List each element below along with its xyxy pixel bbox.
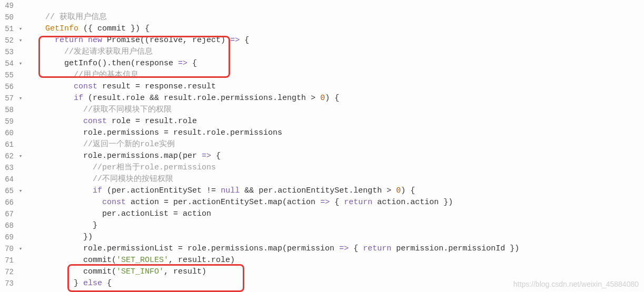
- token-punct: (per.actionEntitySet: [102, 186, 206, 195]
- token-punct: role.permissions = result.role.permissio…: [83, 128, 282, 137]
- token-op: !=: [206, 186, 216, 195]
- token-punct: (result.role: [83, 94, 150, 103]
- line-number: 67: [0, 208, 14, 220]
- token-punct: {: [330, 198, 344, 207]
- line-number: 66: [0, 197, 14, 208]
- code-line: commit('SET_INFO', result): [26, 266, 644, 278]
- fold-marker[interactable]: ▾: [16, 35, 25, 46]
- token-ident: then: [112, 59, 131, 68]
- token-punct: [391, 186, 396, 195]
- line-number: 72: [0, 266, 14, 278]
- fold-marker: [16, 174, 25, 185]
- code-line: const role = result.role: [26, 116, 644, 127]
- token-comment: //返回一个新的role实例: [83, 140, 175, 149]
- code-editor: 4950515253545556575859606162636465666768…: [0, 0, 644, 292]
- line-number: 61: [0, 139, 14, 150]
- code-area: // 获取用户信息 GetInfo ({ commit }) { return …: [25, 0, 644, 292]
- line-number: 60: [0, 127, 14, 139]
- fold-gutter: ▾▾▾▾▾▾▾: [16, 0, 25, 292]
- code-line: }: [26, 220, 644, 231]
- code-line: }): [26, 231, 644, 243]
- token-punct: role = result.role: [107, 117, 197, 126]
- token-comment: //per相当于role.permissions: [93, 163, 216, 172]
- token-comment: //用户的基本信息: [74, 71, 138, 79]
- line-number: 69: [0, 231, 14, 243]
- token-comment: //获取不同模块下的权限: [83, 105, 172, 114]
- token-keyword: new: [88, 36, 102, 45]
- fold-marker: [16, 278, 25, 289]
- line-number: 65: [0, 185, 14, 197]
- code-line: //返回一个新的role实例: [26, 139, 644, 150]
- token-keyword: const: [102, 198, 126, 207]
- token-ident: Promise: [107, 36, 140, 45]
- token-punct: action.action }): [372, 198, 453, 207]
- code-line: //获取不同模块下的权限: [26, 104, 644, 116]
- token-punct: [315, 94, 320, 103]
- token-punct: (: [112, 267, 116, 276]
- line-number: 62: [0, 150, 14, 162]
- line-number: 71: [0, 255, 14, 266]
- line-number-gutter: 4950515253545556575859606162636465666768…: [0, 0, 16, 292]
- code-line: if (result.role && result.role.permissio…: [26, 93, 644, 104]
- fold-marker[interactable]: ▾: [16, 58, 25, 69]
- token-ident: commit: [83, 267, 112, 276]
- token-keyword: const: [74, 82, 97, 91]
- token-punct: {: [187, 59, 197, 68]
- line-number: 59: [0, 116, 14, 127]
- token-punct: role.permissions.: [83, 152, 164, 160]
- fold-marker[interactable]: ▾: [16, 150, 25, 162]
- code-line: const result = response.result: [26, 81, 644, 93]
- token-ident: commit: [83, 256, 112, 265]
- token-null: null: [221, 186, 240, 195]
- line-number: 53: [0, 46, 14, 58]
- token-op: &&: [150, 94, 159, 103]
- fold-marker: [16, 127, 25, 139]
- line-number: 56: [0, 81, 14, 93]
- token-func: GetInfo: [45, 24, 78, 33]
- fold-marker[interactable]: ▾: [16, 23, 25, 35]
- token-comment: //发起请求获取用户信息: [64, 47, 153, 56]
- token-punct: permission.permissionId }): [391, 244, 519, 253]
- code-line: } else {: [26, 278, 644, 289]
- line-number: 68: [0, 220, 14, 231]
- fold-marker: [16, 266, 25, 278]
- token-num: 0: [396, 186, 401, 195]
- token-keyword: return: [344, 198, 372, 207]
- token-punct: ((resolve, reject): [140, 36, 230, 45]
- token-keyword: =>: [230, 36, 240, 45]
- token-punct: [83, 36, 88, 45]
- fold-marker: [16, 116, 25, 127]
- fold-marker: [16, 69, 25, 81]
- token-comment: //不同模块的按钮权限: [93, 175, 173, 184]
- fold-marker[interactable]: ▾: [16, 243, 25, 255]
- token-punct: per.actionList = action: [102, 209, 211, 218]
- line-number: 52: [0, 35, 14, 46]
- token-keyword: else: [83, 279, 102, 288]
- token-punct: (permission: [282, 244, 339, 253]
- code-line: role.permissions = result.role.permissio…: [26, 127, 644, 139]
- token-op: &&: [244, 186, 254, 195]
- token-punct: }: [93, 221, 97, 230]
- token-ident: getInfo: [64, 59, 97, 68]
- token-keyword: const: [83, 117, 107, 126]
- token-op: >: [311, 94, 315, 103]
- fold-marker[interactable]: ▾: [16, 93, 25, 104]
- code-line: role.permissions.map(per => {: [26, 150, 644, 162]
- token-punct: ({ commit }) {: [78, 24, 150, 33]
- line-number: 50: [0, 12, 14, 23]
- token-keyword: =>: [320, 198, 330, 207]
- token-punct: , result): [164, 267, 206, 276]
- token-string: 'SET_ROLES': [116, 256, 169, 265]
- token-ident: map: [164, 152, 178, 160]
- token-punct: }: [74, 279, 83, 288]
- fold-marker[interactable]: ▾: [16, 185, 25, 197]
- code-line: return new Promise((resolve, reject) => …: [26, 35, 644, 46]
- line-number: 73: [0, 278, 14, 289]
- token-punct: ) {: [325, 94, 339, 103]
- code-line: //发起请求获取用户信息: [26, 46, 644, 58]
- token-string: 'SET_INFO': [116, 267, 164, 276]
- line-number: 64: [0, 174, 14, 185]
- token-punct: [102, 36, 107, 45]
- fold-marker: [16, 231, 25, 243]
- token-punct: {: [102, 279, 112, 288]
